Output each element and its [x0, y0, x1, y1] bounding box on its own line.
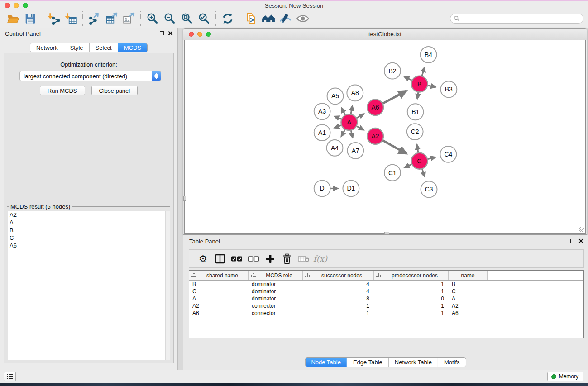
graph-node-D1[interactable]: D1: [343, 181, 359, 197]
deselect-all-button[interactable]: [245, 252, 262, 266]
graph-edge-A6-B[interactable]: [382, 91, 406, 104]
zoom-out-button[interactable]: [161, 11, 178, 26]
tab-node-table[interactable]: Node Table: [305, 358, 347, 367]
memory-button[interactable]: Memory: [547, 372, 583, 381]
tab-network[interactable]: Network: [30, 43, 64, 52]
close-panel-button[interactable]: Close panel: [91, 86, 138, 95]
graph-node-A4[interactable]: A4: [327, 140, 343, 156]
split-pane-grip-bottom[interactable]: [384, 232, 389, 235]
import-network-icon: [48, 12, 60, 25]
mcds-result-item[interactable]: A6: [8, 242, 169, 249]
graph-node-label: A8: [351, 89, 359, 96]
graph-node-C[interactable]: C: [411, 153, 428, 169]
graph-node-C1[interactable]: C1: [384, 165, 401, 181]
select-all-button[interactable]: [228, 252, 245, 266]
graph-node-B2[interactable]: B2: [384, 63, 401, 79]
float-panel-icon[interactable]: [570, 239, 574, 243]
graph-node-A7[interactable]: A7: [347, 143, 363, 159]
mcds-list-scrollbar[interactable]: [165, 211, 170, 360]
graph-node-B[interactable]: B: [411, 76, 428, 92]
table-cell: B: [189, 281, 249, 287]
mcds-tab-content: Optimization criterion: largest connecte…: [4, 53, 174, 363]
table-row[interactable]: Cdominator41C: [189, 288, 583, 295]
table-row[interactable]: A2connector11A2: [189, 302, 583, 310]
network-canvas[interactable]: AA1A3A5A8A6A2A4A7BB1B2B3B4CC1C2C3C4DD1: [184, 40, 586, 234]
column-layout-button[interactable]: [211, 252, 228, 266]
network-graph[interactable]: AA1A3A5A8A6A2A4A7BB1B2B3B4CC1C2C3C4DD1: [185, 40, 585, 233]
tab-edge-table[interactable]: Edge Table: [347, 358, 388, 367]
column-header-MCDS-role[interactable]: MCDS role: [249, 271, 303, 280]
window-resize-grip[interactable]: [579, 227, 584, 232]
delete-column-button[interactable]: [278, 252, 295, 266]
show-graphics-details-button[interactable]: [294, 11, 311, 26]
graph-node-A3[interactable]: A3: [314, 103, 330, 119]
graph-node-A2[interactable]: A2: [367, 128, 383, 144]
open-session-button[interactable]: [5, 11, 22, 26]
tab-mcds[interactable]: MCDS: [118, 43, 147, 52]
node-attribute-table[interactable]: shared nameMCDS rolesuccessor nodesprede…: [189, 270, 584, 338]
graph-node-C3[interactable]: C3: [421, 181, 437, 198]
run-mcds-button[interactable]: Run MCDS: [40, 86, 85, 95]
search-box[interactable]: [450, 14, 583, 24]
graph-edge-A2-C[interactable]: [382, 140, 406, 154]
tab-motifs[interactable]: Motifs: [438, 358, 466, 367]
export-image-button[interactable]: [120, 11, 138, 26]
mcds-result-item[interactable]: B: [8, 226, 169, 234]
mcds-result-item[interactable]: A2: [8, 211, 169, 219]
graph-edge-B-B4[interactable]: [421, 67, 425, 77]
mcds-result-list[interactable]: A2ABCA6: [8, 211, 169, 360]
main-toolbar: [0, 10, 588, 27]
table-row[interactable]: Adominator80A: [189, 295, 583, 302]
graph-node-B4[interactable]: B4: [421, 47, 437, 63]
import-network-button[interactable]: [45, 11, 62, 26]
dropdown-stepper[interactable]: [152, 71, 161, 81]
close-panel-icon[interactable]: [168, 31, 173, 36]
search-input[interactable]: [462, 15, 583, 22]
graph-node-A1[interactable]: A1: [314, 124, 330, 141]
import-table-button[interactable]: [62, 11, 80, 26]
graph-node-D[interactable]: D: [314, 181, 330, 197]
table-cell: 1: [303, 303, 374, 309]
graph-node-C2[interactable]: C2: [407, 124, 423, 140]
task-history-button[interactable]: [4, 372, 16, 381]
graph-node-B3[interactable]: B3: [440, 81, 457, 98]
tab-network-table[interactable]: Network Table: [388, 358, 438, 367]
add-column-button[interactable]: [262, 252, 278, 266]
refresh-button[interactable]: [219, 11, 236, 26]
export-network-button[interactable]: [86, 11, 103, 26]
graph-node-A6[interactable]: A6: [367, 99, 383, 115]
home-layout-button[interactable]: [260, 11, 277, 26]
table-cell: A2: [449, 303, 488, 309]
optimization-criterion-dropdown[interactable]: largest connected component (directed): [19, 71, 161, 81]
graph-edge-A-A6[interactable]: [355, 114, 364, 119]
table-settings-button[interactable]: ⚙: [195, 252, 211, 266]
column-header-predecessor-nodes[interactable]: predecessor nodes: [374, 271, 449, 280]
zoom-fit-icon: [181, 12, 193, 25]
column-header-name[interactable]: name: [449, 271, 488, 280]
clone-network-button[interactable]: [243, 11, 260, 26]
zoom-in-button[interactable]: [144, 11, 161, 26]
table-row[interactable]: Bdominator41B: [189, 281, 583, 288]
table-cell: 0: [374, 295, 449, 302]
column-header-successor-nodes[interactable]: successor nodes: [303, 271, 374, 280]
mcds-result-item[interactable]: A: [8, 219, 169, 226]
table-row[interactable]: A6connector11A6: [189, 310, 583, 317]
graph-node-C4[interactable]: C4: [440, 146, 456, 162]
column-header-shared-name[interactable]: shared name: [189, 271, 249, 280]
graph-node-A[interactable]: A: [341, 114, 357, 130]
zoom-selected-button[interactable]: [196, 11, 213, 26]
save-session-button[interactable]: [22, 11, 39, 26]
zoom-fit-button[interactable]: [178, 11, 196, 26]
tab-style[interactable]: Style: [64, 43, 89, 52]
graph-node-A8[interactable]: A8: [347, 85, 363, 101]
graph-node-B1[interactable]: B1: [407, 104, 424, 120]
close-panel-icon[interactable]: [578, 238, 583, 243]
hide-graphics-details-button[interactable]: [277, 11, 294, 26]
split-pane-grip-left[interactable]: [183, 196, 186, 201]
mcds-result-item[interactable]: C: [8, 234, 169, 242]
graph-node-label: A5: [331, 92, 339, 100]
float-panel-icon[interactable]: [160, 31, 164, 35]
graph-node-A5[interactable]: A5: [327, 88, 344, 105]
tab-select[interactable]: Select: [89, 43, 118, 52]
export-table-button[interactable]: [103, 11, 120, 26]
